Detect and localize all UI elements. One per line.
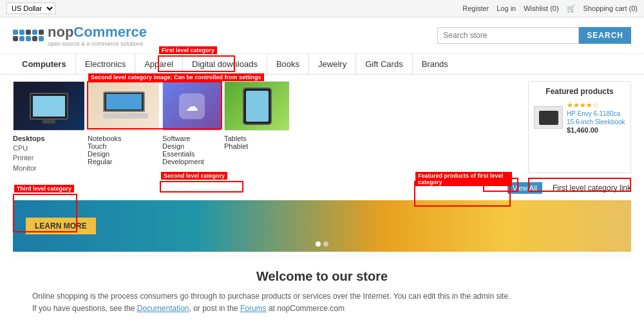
first-level-link-text[interactable]: First level category link: [553, 183, 631, 193]
desktop-labels: Desktops CPU Printer Monitor: [13, 135, 84, 173]
banner-dots: [316, 241, 328, 247]
logo-dot-2: [19, 30, 24, 35]
tablet-title[interactable]: Tablets: [224, 135, 289, 142]
desktop-image: [14, 82, 84, 130]
view-all-row: View All First level category link: [13, 180, 631, 196]
featured-item[interactable]: ★★★★☆ HP Envy 6-1180ca 15.6-inch Sleekbo…: [534, 101, 625, 134]
logo-text: nopCommerce: [48, 24, 147, 41]
search-input[interactable]: [437, 27, 579, 44]
nav-wrapper: Computers Electronics Apparel Digital do…: [0, 54, 644, 75]
tablet-card[interactable]: [224, 81, 289, 131]
tablet-screen: [246, 91, 269, 122]
search-bar: SEARCH: [437, 27, 631, 44]
logo-dot-10: [39, 36, 44, 41]
search-button[interactable]: SEARCH: [579, 27, 631, 44]
notebook-sub-regular[interactable]: Regular: [88, 158, 158, 165]
monitor-screen: [33, 96, 65, 117]
software-sub-design[interactable]: Design: [162, 142, 220, 150]
tablet-image: [225, 82, 289, 130]
category-images-row: ☁: [13, 81, 522, 131]
notebook-labels: Notebooks Touch Design Regular: [88, 135, 158, 173]
logo-dot-7: [19, 36, 24, 41]
banner-dot-1[interactable]: [316, 241, 321, 247]
laptop-shape: [103, 91, 145, 120]
welcome-section: Welcome to our store Online shopping is …: [13, 256, 631, 321]
welcome-title: Welcome to our store: [13, 269, 631, 284]
nav-item-books[interactable]: Books: [267, 54, 309, 74]
learn-more-button[interactable]: LEARN MORE: [26, 218, 96, 234]
logo-dot-4: [32, 30, 37, 35]
welcome-text: Online shopping is the process consumers…: [13, 290, 631, 315]
nav-item-jewelry[interactable]: Jewelry: [309, 54, 356, 74]
software-sub-essentials[interactable]: Essentials: [162, 150, 220, 158]
welcome-paragraph-1: Online shopping is the process consumers…: [32, 290, 612, 303]
desktop-card[interactable]: [13, 81, 84, 131]
notebook-image: [88, 82, 159, 130]
notebook-title[interactable]: Notebooks: [88, 135, 158, 142]
view-all-button[interactable]: View All: [507, 182, 542, 194]
nav-item-giftcards[interactable]: Gift Cards: [356, 54, 413, 74]
top-bar: US Dollar Register Log in Wishlist (0) 🛒…: [0, 0, 644, 17]
tablet-sub-phablet[interactable]: Phablet: [224, 142, 289, 150]
cart-icon: 🛒: [567, 5, 576, 13]
banner-dot-2[interactable]: [323, 241, 328, 247]
logo-dot-5: [39, 30, 44, 35]
logo-dot-8: [26, 36, 31, 41]
monitor-shape: [30, 93, 68, 120]
nav-item-electronics[interactable]: Electronics: [76, 54, 136, 74]
top-bar-links: Register Log in Wishlist (0) 🛒 Shopping …: [462, 5, 638, 13]
cart-link[interactable]: Shopping cart (0): [583, 5, 638, 12]
product-price: $1,460.00: [567, 126, 625, 134]
forums-link[interactable]: Forums: [240, 304, 267, 313]
main-nav: Computers Electronics Apparel Digital do…: [0, 54, 644, 74]
login-link[interactable]: Log in: [497, 5, 516, 12]
banner: LEARN MORE: [13, 200, 631, 252]
featured-products-panel: Featured products ★★★★☆ HP Envy 6-1180ca…: [528, 81, 631, 173]
featured-product-info: ★★★★☆ HP Envy 6-1180ca 15.6-inch Sleekbo…: [567, 101, 625, 134]
category-labels-row: Desktops CPU Printer Monitor Notebooks T…: [13, 135, 522, 173]
category-area: ☁ Desktops: [13, 81, 631, 173]
software-card[interactable]: ☁: [162, 81, 220, 131]
product-name[interactable]: HP Envy 6-1180ca 15.6-inch Sleekbook: [567, 109, 625, 126]
currency-select[interactable]: US Dollar: [6, 3, 55, 14]
notebook-sub-touch[interactable]: Touch: [88, 142, 158, 150]
logo-nop: nop: [48, 24, 73, 40]
laptop-screen-inner: [106, 94, 142, 109]
nav-item-computers[interactable]: Computers: [13, 54, 76, 74]
featured-product-image: [534, 106, 563, 129]
logo-dots: [13, 30, 44, 41]
tablet-shape: [243, 88, 272, 125]
main-content: ☁ Desktops: [0, 75, 644, 329]
currency-selector-area[interactable]: US Dollar: [6, 3, 55, 14]
category-images: ☁ Desktops: [13, 81, 522, 173]
logo[interactable]: nopCommerce open source & e-commerce sol…: [13, 24, 147, 47]
register-link[interactable]: Register: [462, 5, 489, 12]
desktop-sub-printer[interactable]: Printer: [13, 153, 84, 163]
nav-item-brands[interactable]: Brands: [413, 54, 457, 74]
featured-panel-title: Featured products: [534, 87, 625, 96]
desktop-sub-monitor[interactable]: Monitor: [13, 164, 84, 173]
software-image: ☁: [163, 82, 221, 130]
laptop-base: [103, 113, 148, 118]
software-labels: Software Design Essentials Development: [162, 135, 220, 173]
documentation-link[interactable]: Documentation: [137, 304, 189, 313]
desktop-title[interactable]: Desktops: [13, 135, 84, 142]
wishlist-link[interactable]: Wishlist (0): [524, 5, 558, 12]
header: nopCommerce open source & e-commerce sol…: [0, 17, 644, 54]
notebook-sub-design[interactable]: Design: [88, 150, 158, 158]
software-title[interactable]: Software: [162, 135, 220, 142]
notebook-card[interactable]: [88, 81, 158, 131]
welcome-paragraph-2: If you have questions, see the Documenta…: [32, 303, 612, 315]
category-featured-wrapper: ☁ Desktops: [13, 81, 631, 173]
logo-tagline: open source & e-commerce solutions: [48, 41, 147, 47]
desktop-sub-cpu[interactable]: CPU: [13, 144, 84, 153]
logo-dot-3: [26, 30, 31, 35]
logo-commerce: Commerce: [73, 24, 147, 40]
nav-item-apparel[interactable]: Apparel: [135, 54, 183, 74]
nav-item-digital[interactable]: Digital downloads: [183, 54, 267, 74]
laptop-screen: [103, 91, 145, 112]
software-sub-dev[interactable]: Development: [162, 158, 220, 165]
logo-dot-9: [32, 36, 37, 41]
product-stars: ★★★★☆: [567, 101, 625, 109]
software-icon: ☁: [179, 93, 205, 119]
